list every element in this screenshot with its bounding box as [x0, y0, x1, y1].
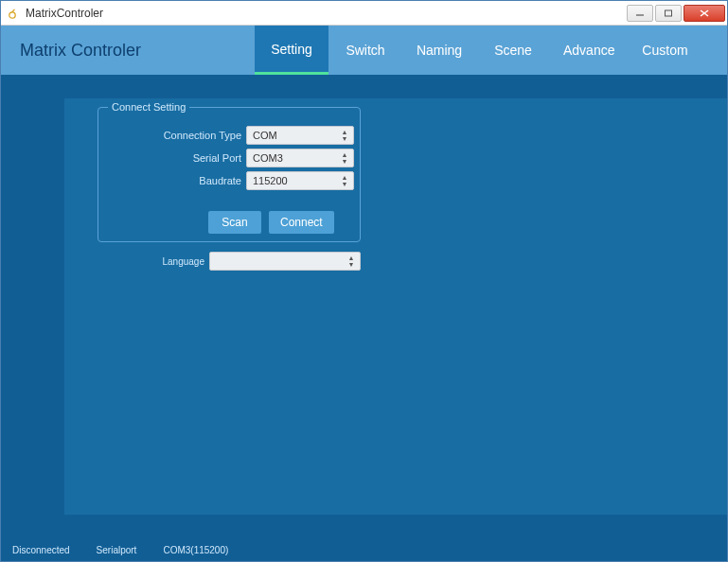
status-port-info: COM3(115200)	[163, 545, 228, 555]
serial-port-label: Serial Port	[98, 152, 246, 164]
close-button[interactable]	[684, 5, 725, 22]
spinner-icon: ▲▼	[338, 173, 351, 188]
serial-port-select[interactable]: COM3 ▲▼	[246, 149, 354, 167]
content-panel: Connect Setting Connection Type COM ▲▼ S…	[64, 98, 727, 515]
app-title: Matrix Controler	[1, 26, 255, 75]
tab-custom[interactable]: Custom	[628, 26, 701, 75]
body: Connect Setting Connection Type COM ▲▼ S…	[1, 75, 727, 538]
connection-type-select[interactable]: COM ▲▼	[246, 126, 354, 145]
connect-setting-legend: Connect Setting	[108, 101, 189, 113]
window-title: MatrixControler	[26, 7, 627, 20]
baudrate-select[interactable]: 115200 ▲▼	[246, 171, 354, 190]
app-icon	[7, 6, 22, 21]
baudrate-label: Baudrate	[98, 175, 246, 186]
language-row: Language ▲▼	[98, 251, 361, 272]
tab-switch[interactable]: Switch	[328, 26, 402, 75]
minimize-button[interactable]	[627, 5, 653, 22]
connection-type-label: Connection Type	[98, 130, 246, 141]
baudrate-value: 115200	[253, 175, 288, 186]
spinner-icon: ▲▼	[338, 128, 351, 143]
status-port-type: Serialport	[97, 545, 137, 555]
spinner-icon: ▲▼	[345, 254, 358, 269]
connect-buttons: Scan Connect	[208, 211, 334, 234]
connect-setting-group: Connect Setting Connection Type COM ▲▼ S…	[98, 107, 361, 242]
maximize-button[interactable]	[655, 5, 682, 22]
baudrate-row: Baudrate 115200 ▲▼	[98, 170, 354, 191]
window-buttons	[627, 5, 725, 22]
language-select[interactable]: ▲▼	[209, 252, 361, 271]
app-window: MatrixControler Matrix Controler Setting…	[0, 0, 728, 562]
status-connection: Disconnected	[12, 545, 70, 555]
tab-advance[interactable]: Advance	[550, 26, 628, 75]
connection-type-value: COM	[253, 130, 277, 141]
connect-button[interactable]: Connect	[269, 211, 334, 234]
spinner-icon: ▲▼	[338, 150, 351, 166]
scan-button[interactable]: Scan	[208, 211, 261, 234]
titlebar: MatrixControler	[1, 1, 727, 26]
svg-rect-3	[666, 10, 672, 16]
serial-port-value: COM3	[253, 152, 283, 164]
tab-naming[interactable]: Naming	[402, 26, 476, 75]
language-label: Language	[98, 256, 209, 267]
status-bar: Disconnected Serialport COM3(115200)	[1, 538, 727, 561]
connection-type-row: Connection Type COM ▲▼	[98, 125, 354, 146]
header: Matrix Controler Setting Switch Naming S…	[1, 26, 727, 75]
serial-port-row: Serial Port COM3 ▲▼	[98, 148, 354, 168]
svg-point-0	[9, 11, 15, 17]
tab-setting[interactable]: Setting	[255, 26, 328, 75]
tab-scene[interactable]: Scene	[476, 26, 550, 75]
tab-bar: Setting Switch Naming Scene Advance Cust…	[255, 26, 727, 75]
